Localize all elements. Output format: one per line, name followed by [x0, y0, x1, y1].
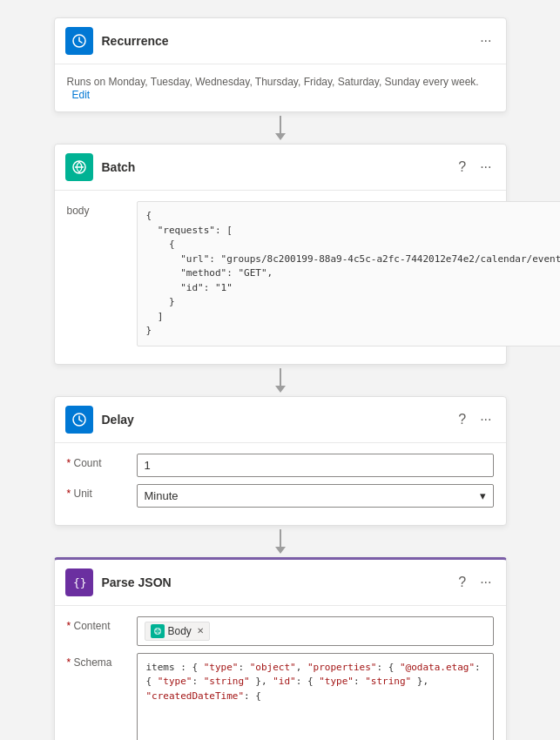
recurrence-header: Recurrence ··· [55, 18, 506, 64]
parse-json-schema-box[interactable]: items : { "type": "object", "properties"… [137, 653, 494, 741]
batch-body-field: body { "requests": [ { "url": "groups/8c… [67, 201, 494, 346]
recurrence-description: Runs on Monday, Tuesday, Wednesday, Thur… [67, 76, 479, 88]
body-chip-label: Body [168, 625, 192, 637]
delay-unit-value: Minute ▾ [137, 484, 494, 508]
batch-help-btn[interactable]: ? [455, 158, 469, 177]
connector-3 [275, 529, 286, 554]
delay-unit-row: Unit Minute ▾ [67, 484, 494, 508]
parse-json-header: {} Parse JSON ? ··· [55, 560, 506, 606]
delay-unit-select[interactable]: Minute ▾ [137, 484, 494, 508]
batch-header: Batch ? ··· [55, 145, 506, 191]
delay-unit-label: Unit [67, 484, 137, 500]
connector-line-3 [280, 529, 281, 547]
batch-body-label: body [67, 201, 137, 217]
svg-text:{}: {} [73, 576, 87, 589]
batch-card: Batch ? ··· body { "requests": [ { "url"… [54, 144, 507, 365]
parse-json-icon: {} [65, 568, 93, 596]
delay-count-input[interactable] [137, 454, 494, 477]
parse-json-body: Content Body [55, 606, 506, 741]
parse-json-help-btn[interactable]: ? [455, 573, 469, 592]
delay-count-value [137, 454, 494, 477]
batch-actions: ? ··· [455, 158, 495, 177]
connector-1 [275, 116, 286, 140]
delay-body: Count Unit Minute ▾ [55, 443, 506, 525]
batch-icon [65, 153, 93, 181]
body-chip-icon [151, 624, 165, 638]
delay-unit-selected: Minute [145, 489, 179, 502]
parse-json-schema-label: Schema [67, 653, 137, 669]
batch-code-box[interactable]: { "requests": [ { "url": "groups/8c20019… [137, 201, 561, 346]
delay-title: Delay [102, 413, 455, 427]
connector-arrow-3 [275, 547, 286, 554]
parse-json-content-value: Body ✕ [137, 616, 494, 646]
parse-json-card: {} Parse JSON ? ··· Content [54, 557, 507, 741]
parse-json-title: Parse JSON [102, 575, 455, 589]
delay-count-label: Count [67, 454, 137, 469]
connector-line [280, 116, 281, 133]
body-chip: Body ✕ [145, 622, 210, 641]
parse-json-content-input[interactable]: Body ✕ [137, 616, 494, 646]
delay-icon [65, 406, 93, 434]
recurrence-title: Recurrence [102, 34, 477, 48]
batch-body: body { "requests": [ { "url": "groups/8c… [55, 191, 506, 364]
connector-arrow [275, 133, 286, 140]
delay-help-btn[interactable]: ? [455, 410, 469, 429]
parse-json-actions: ? ··· [455, 573, 495, 592]
delay-card: Delay ? ··· Count Unit Minute ▾ [54, 396, 507, 526]
parse-json-schema-value: items : { "type": "object", "properties"… [137, 653, 494, 741]
delay-more-btn[interactable]: ··· [476, 410, 495, 429]
connector-line-2 [280, 368, 281, 386]
batch-title: Batch [102, 160, 455, 174]
parse-json-content-label: Content [67, 616, 137, 632]
batch-body-value: { "requests": [ { "url": "groups/8c20019… [137, 201, 561, 346]
recurrence-more-btn[interactable]: ··· [476, 31, 495, 50]
chevron-down-icon: ▾ [480, 489, 486, 502]
delay-actions: ? ··· [455, 410, 495, 429]
recurrence-body: Runs on Monday, Tuesday, Wednesday, Thur… [55, 64, 506, 111]
parse-json-schema-row: Schema items : { "type": "object", "prop… [67, 653, 494, 741]
recurrence-edit-link[interactable]: Edit [72, 89, 91, 101]
recurrence-card: Recurrence ··· Runs on Monday, Tuesday, … [54, 17, 507, 112]
connector-arrow-2 [275, 386, 286, 393]
recurrence-actions: ··· [476, 31, 495, 50]
parse-json-content-row: Content Body [67, 616, 494, 646]
connector-2 [275, 368, 286, 393]
batch-more-btn[interactable]: ··· [476, 158, 495, 177]
delay-header: Delay ? ··· [55, 397, 506, 443]
parse-json-more-btn[interactable]: ··· [476, 573, 495, 592]
delay-count-row: Count [67, 454, 494, 477]
recurrence-icon [65, 27, 93, 55]
body-chip-close[interactable]: ✕ [197, 626, 204, 636]
